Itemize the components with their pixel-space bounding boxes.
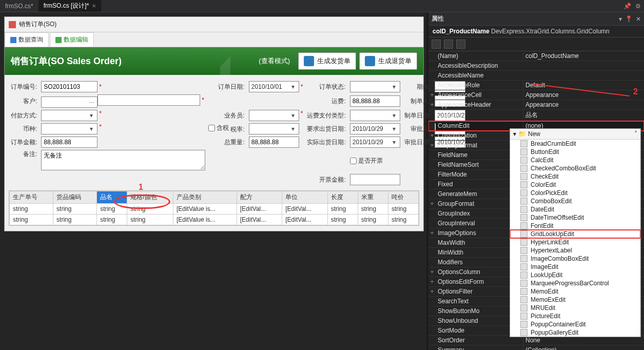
editor-option-checkedcomboboxedit[interactable]: CheckedComboBoxEdit [510,164,640,172]
form-window: 销售订单(SO) 数据查询 数据编辑 销售订单(SO Sales Order) … [4,16,424,231]
close-icon[interactable]: ✕ [636,15,641,23]
req-date-picker[interactable]: 2010/10/29▾ [350,123,400,134]
detail-grid[interactable]: 生产单号 货品编码 品名 规格/颜色 产品类别 配方 单位 长度 米重 吨价 [9,190,419,226]
editor-icon [520,304,528,312]
editor-icon [520,280,528,287]
tab-frmso-cs[interactable]: frmSO.cs* [0,0,38,12]
editor-option-fontedit[interactable]: FontEdit [510,222,640,230]
tab-query[interactable]: 数据查询 [5,32,49,47]
editor-option-hyperlinkedit[interactable]: HyperLinkEdit [510,238,640,246]
editor-option-memoexedit[interactable]: MemoExEdit [510,296,640,304]
selected-object[interactable]: colD_ProductName DevExpress.XtraGrid.Col… [428,26,644,37]
currency-combo[interactable]: ▾ [41,123,97,134]
return-icon [365,56,375,66]
editor-icon [520,313,528,320]
table-row[interactable]: stringstringstringstring [EditValue is..… [10,204,419,215]
customer-lookup[interactable]: ··· [41,96,97,108]
search-icon [10,37,16,43]
editor-icon [520,173,528,180]
order-amount-input[interactable] [41,137,97,148]
editor-icon [520,165,528,172]
editor-option-gridlookupedit[interactable]: GridLookUpEdit [510,230,640,238]
prop-row-accessibledescription[interactable]: AccessibleDescription [428,61,644,71]
total-weight-input[interactable] [249,137,299,148]
editor-option-popupcontaineredit[interactable]: PopupContainerEdit [510,320,640,328]
grid-col-product-name[interactable]: 品名 [97,191,127,204]
dropdown-icon[interactable]: ▾ [619,15,622,23]
prop-row-accessiblename[interactable]: AccessibleName [428,71,644,81]
editor-option-mruedit[interactable]: MRUEdit [510,304,640,312]
editor-option-imageedit[interactable]: ImageEdit [510,263,640,271]
editor-option-colorpickedit[interactable]: ColorPickEdit [510,189,640,197]
freight-input[interactable] [350,95,400,107]
customer-name-input[interactable] [97,94,200,106]
prop-row-accessiblerole[interactable]: AccessibleRoleDefault [428,81,644,90]
properties-panel: 属性 ▾ 📍 ✕ colD_ProductName DevExpress.Xtr… [428,12,644,350]
gear-icon[interactable]: ⚙ [635,3,641,10]
editor-option-pictureedit[interactable]: PictureEdit [510,312,640,320]
invoice-checkbox[interactable] [350,158,357,164]
prop-row-caption[interactable]: Caption品名 [428,110,644,121]
alpha-sort-icon[interactable] [444,40,453,49]
prop-row-summary[interactable]: Summary(Collection) [428,345,644,350]
editor-icon [520,296,528,303]
editor-option-buttonedit[interactable]: ButtonEdit [510,148,640,156]
table-row[interactable]: stringstringstringstring [EditValue is..… [10,215,419,225]
editor-option-dateedit[interactable]: DateEdit [510,205,640,213]
editor-icon [520,321,528,328]
editor-option-popupgalleryedit[interactable]: PopupGalleryEdit [510,328,640,337]
editor-option-memoedit[interactable]: MemoEdit [510,287,640,296]
remark-textarea[interactable] [41,150,205,170]
wrench-icon[interactable] [456,40,465,49]
tab-edit[interactable]: 数据编辑 [50,32,94,47]
editor-option-comboboxedit[interactable]: ComboBoxEdit [510,197,640,205]
ribbon: 销售订单(SO Sales Order) (查看模式) 生成发货单 生成退货单 [5,47,423,75]
editor-option-calcedit[interactable]: CalcEdit [510,156,640,164]
editor-icon [520,206,528,213]
freight-paytype-combo[interactable]: ▾ [350,110,400,121]
chevron-down-icon[interactable]: ▾ [513,130,516,138]
btn-generate-ship[interactable]: 生成发货单 [298,52,356,70]
ribbon-title: 销售订单(SO Sales Order) [11,55,122,67]
editor-option-checkedit[interactable]: CheckEdit [510,172,640,181]
order-date-picker[interactable]: 2010/10/01▾ [249,81,299,92]
editor-icon [520,214,528,221]
categorize-icon[interactable] [432,40,441,49]
editor-option-breadcrumbedit[interactable]: BreadCrumbEdit [510,140,640,148]
actual-date-picker[interactable]: 2010/10/29▾ [350,137,400,148]
editor-option-datetimeoffsetedit[interactable]: DateTimeOffsetEdit [510,213,640,222]
tab-frmso-design[interactable]: frmSO.cs [设计]*✕ [38,0,102,12]
editor-icon [520,181,528,188]
pin-icon[interactable]: 📌 [623,3,631,10]
editor-option-imagecomboboxedit[interactable]: ImageComboBoxEdit [510,255,640,263]
tax-checkbox[interactable] [208,125,215,131]
prop-row-appearanceheader[interactable]: +AppearanceHeaderAppearance [428,100,644,110]
order-status-combo[interactable]: ▾ [350,81,400,92]
editor-icon [520,255,528,262]
editor-icon [520,140,528,147]
invoice-amount-input[interactable] [350,174,400,185]
editor-icon [520,189,528,197]
editor-option-coloredit[interactable]: ColorEdit [510,181,640,189]
editor-icon [520,271,528,279]
prop-row-name[interactable]: (Name)colD_ProductName [428,51,644,61]
form-title: 销售订单(SO) [19,20,56,29]
editor-icon [520,263,528,270]
salesman-combo[interactable]: ▾ [249,110,299,121]
taxrate-combo[interactable]: ▾ [249,123,299,134]
editor-icon [520,230,528,238]
btn-generate-return[interactable]: 生成退货单 [359,52,417,70]
prop-row-appearancecell[interactable]: +AppearanceCellAppearance [428,90,644,100]
editor-option-marqueeprogressbarcontrol[interactable]: MarqueeProgressBarControl [510,279,640,287]
editor-icon [520,239,528,246]
order-no-input[interactable] [41,81,97,92]
form-fields: 订单编号: * 订单日期: 2010/10/01▾* 订单状态: ▾ 期间: 客… [9,80,467,186]
paytype-combo[interactable]: ▾ [41,110,97,121]
editor-icon [520,198,528,205]
close-icon[interactable]: ✕ [92,3,96,9]
editor-option-lookupedit[interactable]: LookUpEdit [510,271,640,279]
chevron-up-icon[interactable]: ˄ [634,130,637,138]
pin-icon[interactable]: 📍 [625,15,633,23]
column-edit-dropdown[interactable]: ▾ 📁 New ˄ BreadCrumbEditButtonEditCalcEd… [510,128,641,337]
editor-option-hypertextlabel[interactable]: HypertextLabel [510,246,640,255]
